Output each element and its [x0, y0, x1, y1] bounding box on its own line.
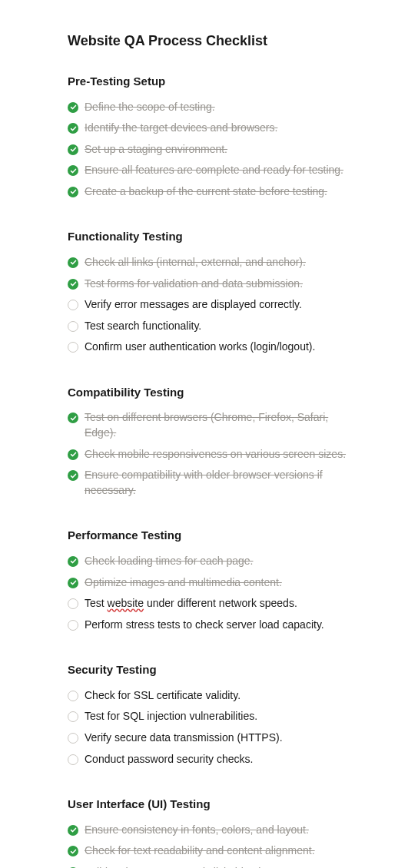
checkbox-unchecked-icon[interactable]	[68, 711, 78, 722]
checklist-item: Validate hover states and clickable elem…	[68, 862, 350, 868]
checkbox-checked-icon[interactable]	[68, 257, 78, 268]
checklist-item: Conduct password security checks.	[68, 749, 350, 770]
checklist-item-label: Check for SSL certificate validity.	[85, 688, 350, 704]
checklist-item-label: Verify secure data transmission (HTTPS).	[85, 731, 350, 746]
section: Security TestingCheck for SSL certificat…	[68, 661, 350, 770]
checklist-item-label: Identify the target devices and browsers…	[85, 121, 350, 136]
checklist-item: Perform stress tests to check server loa…	[68, 615, 350, 636]
sections-container: Pre-Testing SetupDefine the scope of tes…	[68, 73, 350, 868]
checklist-item: Confirm user authentication works (login…	[68, 336, 350, 358]
section: Functionality TestingCheck all links (in…	[68, 228, 350, 357]
checkbox-checked-icon[interactable]	[68, 102, 78, 113]
checkbox-checked-icon[interactable]	[68, 279, 78, 290]
checklist-item-label: Perform stress tests to check server loa…	[85, 618, 350, 633]
checklist-item: Ensure compatibility with older browser …	[68, 465, 350, 501]
checklist-item: Check for SSL certificate validity.	[68, 685, 350, 707]
section: Compatibility TestingTest on different b…	[68, 384, 350, 501]
section: User Interface (UI) TestingEnsure consis…	[68, 796, 350, 868]
spellcheck-marked-text: website	[108, 597, 144, 609]
checkbox-checked-icon[interactable]	[68, 449, 78, 460]
checkbox-checked-icon[interactable]	[68, 470, 78, 481]
section-heading: Functionality Testing	[68, 228, 350, 246]
checklist-item-label: Test for SQL injection vulnerabilities.	[85, 709, 350, 724]
document-page: Website QA Process Checklist Pre-Testing…	[0, 31, 418, 868]
checkbox-unchecked-icon[interactable]	[68, 733, 78, 744]
checklist-item-label: Confirm user authentication works (login…	[85, 340, 350, 355]
checklist-item: Check mobile responsiveness on various s…	[68, 444, 350, 465]
checkbox-checked-icon[interactable]	[68, 123, 78, 134]
checkbox-checked-icon[interactable]	[68, 165, 78, 176]
checklist-item-label: Verify error messages are displayed corr…	[85, 297, 350, 313]
checkbox-checked-icon[interactable]	[68, 846, 78, 856]
checkbox-checked-icon[interactable]	[68, 412, 78, 423]
section-heading: User Interface (UI) Testing	[68, 796, 350, 813]
checklist-item-label: Validate hover states and clickable elem…	[85, 865, 350, 868]
checklist-item: Set up a staging environment.	[68, 139, 350, 161]
checklist-item: Define the scope of testing.	[68, 97, 350, 118]
checkbox-checked-icon[interactable]	[68, 556, 78, 567]
checklist-item: Verify error messages are displayed corr…	[68, 294, 350, 316]
section-heading: Compatibility Testing	[68, 384, 350, 402]
checkbox-unchecked-icon[interactable]	[68, 342, 78, 353]
checkbox-unchecked-icon[interactable]	[68, 321, 78, 332]
checkbox-unchecked-icon[interactable]	[68, 691, 78, 701]
checklist-item: Create a backup of the current state bef…	[68, 181, 350, 203]
checkbox-unchecked-icon[interactable]	[68, 598, 78, 609]
checklist-item: Check loading times for each page.	[68, 551, 350, 572]
checklist-item-label: Check for text readability and content a…	[85, 843, 350, 859]
checkbox-unchecked-icon[interactable]	[68, 620, 78, 631]
checkbox-checked-icon[interactable]	[68, 825, 78, 836]
checklist-item-label: Set up a staging environment.	[85, 142, 350, 157]
checkbox-unchecked-icon[interactable]	[68, 300, 78, 310]
checklist-item-label: Optimize images and multimedia content.	[85, 575, 350, 591]
section-heading: Pre-Testing Setup	[68, 73, 350, 91]
checkbox-checked-icon[interactable]	[68, 144, 78, 155]
checklist-item-label: Check loading times for each page.	[85, 554, 350, 569]
checklist-item-label: Test website under different network spe…	[85, 596, 350, 611]
checklist-item: Identify the target devices and browsers…	[68, 118, 350, 139]
checklist-item-label: Create a backup of the current state bef…	[85, 184, 350, 200]
checklist-item-label: Ensure consistency in fonts, colors, and…	[85, 823, 350, 838]
checklist-item: Optimize images and multimedia content.	[68, 572, 350, 594]
checklist-item: Ensure consistency in fonts, colors, and…	[68, 820, 350, 841]
checklist-item: Check for text readability and content a…	[68, 840, 350, 862]
checklist-item-label: Define the scope of testing.	[85, 100, 350, 115]
checklist-item: Test search functionality.	[68, 316, 350, 337]
section: Performance TestingCheck loading times f…	[68, 527, 350, 635]
checklist-item-label: Test on different browsers (Chrome, Fire…	[85, 410, 350, 440]
section-heading: Security Testing	[68, 661, 350, 679]
page-title: Website QA Process Checklist	[68, 31, 350, 51]
checklist-item-label: Conduct password security checks.	[85, 752, 350, 767]
section-heading: Performance Testing	[68, 527, 350, 545]
checklist-item: Test for SQL injection vulnerabilities.	[68, 706, 350, 727]
checklist-item: Verify secure data transmission (HTTPS).	[68, 727, 350, 749]
checklist-item-label: Test forms for validation and data submi…	[85, 277, 350, 292]
checkbox-checked-icon[interactable]	[68, 578, 78, 588]
section: Pre-Testing SetupDefine the scope of tes…	[68, 73, 350, 202]
checklist-item-label: Ensure compatibility with older browser …	[85, 468, 350, 498]
checklist-item-label: Check all links (internal, external, and…	[85, 255, 350, 270]
checklist-item-label: Ensure all features are complete and rea…	[85, 163, 350, 178]
checklist-item-label: Test search functionality.	[85, 319, 350, 334]
checklist-item: Check all links (internal, external, and…	[68, 252, 350, 273]
checklist-item: Test on different browsers (Chrome, Fire…	[68, 407, 350, 443]
checklist-item: Ensure all features are complete and rea…	[68, 160, 350, 181]
checkbox-checked-icon[interactable]	[68, 187, 78, 197]
checklist-item: Test forms for validation and data submi…	[68, 273, 350, 295]
checklist-item: Test website under different network spe…	[68, 593, 350, 615]
checkbox-unchecked-icon[interactable]	[68, 754, 78, 765]
checklist-item-label: Check mobile responsiveness on various s…	[85, 447, 350, 462]
